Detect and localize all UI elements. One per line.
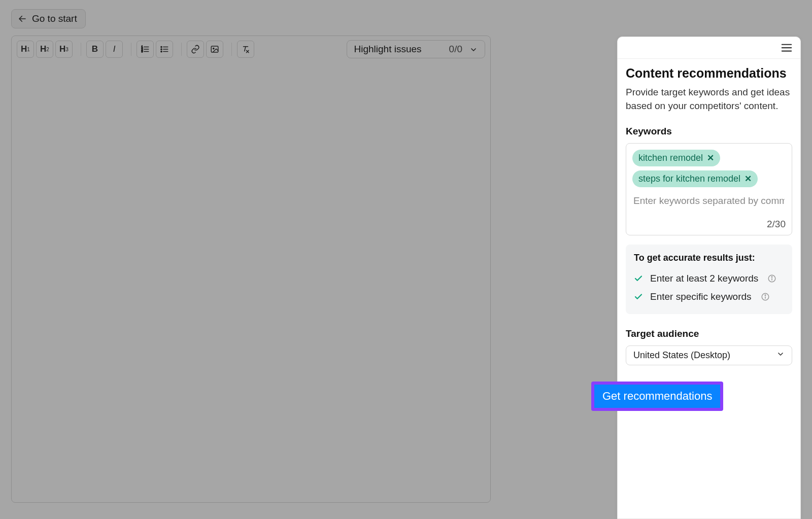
keyword-tag-label: steps for kitchen remodel (638, 174, 740, 184)
info-icon[interactable] (767, 274, 776, 283)
h3-button[interactable]: H3 (55, 41, 73, 58)
target-audience-value: United States (Desktop) (633, 350, 730, 361)
check-icon (634, 292, 643, 301)
tip-text: Enter specific keywords (650, 291, 752, 302)
ordered-list-button[interactable]: 123 (137, 41, 154, 58)
editor: H1 H2 H3 B I 123 (11, 36, 491, 503)
tip-row: Enter specific keywords (634, 288, 784, 306)
svg-point-11 (161, 49, 162, 50)
check-icon (634, 274, 643, 283)
tip-text: Enter at least 2 keywords (650, 273, 758, 284)
keywords-count: 2/30 (632, 219, 786, 230)
tips-box: To get accurate results just: Enter at l… (626, 245, 792, 314)
svg-text:3: 3 (142, 50, 143, 53)
unordered-list-button[interactable] (156, 41, 173, 58)
tips-title: To get accurate results just: (634, 253, 784, 263)
keywords-input[interactable] (632, 192, 786, 210)
chevron-down-icon (776, 350, 785, 361)
link-button[interactable] (187, 41, 204, 58)
keyword-tag-label: kitchen remodel (638, 153, 703, 163)
editor-toolbar: H1 H2 H3 B I 123 (12, 36, 490, 62)
target-audience-label: Target audience (626, 328, 792, 339)
go-to-start-button[interactable]: Go to start (11, 9, 86, 28)
get-recommendations-button[interactable]: Get recommendations (594, 385, 720, 408)
keyword-tag: steps for kitchen remodel✕ (632, 170, 758, 187)
italic-button[interactable]: I (106, 41, 123, 58)
highlight-issues-count: 0/0 (449, 44, 462, 55)
arrow-left-icon (18, 14, 27, 23)
svg-point-22 (772, 276, 773, 278)
remove-tag-icon[interactable]: ✕ (745, 174, 752, 184)
highlight-issues-dropdown[interactable]: Highlight issues 0/0 (347, 40, 486, 58)
panel-title: Content recommendations (626, 66, 792, 81)
highlight-issues-label: Highlight issues (354, 44, 422, 55)
panel-subtitle: Provide target keywords and get ideas ba… (626, 86, 792, 113)
target-audience-select[interactable]: United States (Desktop) (626, 345, 792, 365)
keywords-input-box[interactable]: kitchen remodel✕steps for kitchen remode… (626, 143, 792, 235)
info-icon[interactable] (761, 292, 770, 301)
get-recommendations-highlight: Get recommendations (591, 382, 723, 411)
tip-row: Enter at least 2 keywords (634, 269, 784, 288)
svg-point-12 (161, 51, 162, 52)
chevron-down-icon (469, 45, 478, 53)
clear-format-button[interactable] (237, 41, 254, 58)
image-button[interactable] (206, 41, 223, 58)
content-recommendations-panel: Content recommendations Provide target k… (617, 37, 801, 519)
svg-point-14 (213, 48, 214, 49)
svg-point-10 (161, 46, 162, 47)
svg-point-25 (765, 295, 766, 296)
go-to-start-label: Go to start (32, 13, 77, 24)
keywords-label: Keywords (626, 126, 792, 137)
remove-tag-icon[interactable]: ✕ (707, 153, 714, 163)
menu-icon[interactable] (781, 43, 792, 52)
h2-button[interactable]: H2 (36, 41, 53, 58)
h1-button[interactable]: H1 (17, 41, 34, 58)
bold-button[interactable]: B (86, 41, 104, 58)
keyword-tag: kitchen remodel✕ (632, 150, 720, 166)
